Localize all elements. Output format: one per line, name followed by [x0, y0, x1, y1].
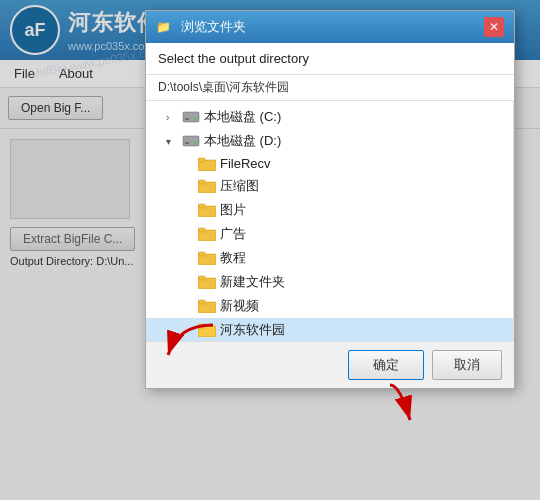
- folder-icon: [198, 157, 216, 171]
- folder-icon: [198, 203, 216, 217]
- tree-item-label-filerecv: FileRecv: [220, 156, 271, 171]
- folder-icon: 📁: [156, 20, 171, 34]
- dialog-title: 浏览文件夹: [181, 19, 246, 34]
- svg-rect-9: [198, 180, 205, 184]
- tree-item-label-zip-img: 压缩图: [220, 177, 259, 195]
- file-tree[interactable]: › 本地磁盘 (C:)▾ 本地磁盘 (D:) FileRecv 压缩图 图片 广…: [146, 101, 514, 341]
- folder-icon: [198, 251, 216, 265]
- dialog-close-button[interactable]: ✕: [484, 17, 504, 37]
- tree-item-tutorial[interactable]: 教程: [146, 246, 513, 270]
- cancel-button[interactable]: 取消: [432, 350, 502, 380]
- svg-rect-3: [183, 136, 199, 146]
- svg-rect-17: [198, 276, 205, 280]
- dialog-titlebar: 📁 浏览文件夹 ✕: [146, 11, 514, 43]
- tree-arrow-c-drive: ›: [166, 112, 180, 123]
- folder-icon: [198, 179, 216, 193]
- drive-icon: [182, 110, 200, 124]
- tree-item-ads[interactable]: 广告: [146, 222, 513, 246]
- tree-item-label-hedong: 河东软件园: [220, 321, 285, 339]
- svg-rect-1: [185, 118, 189, 120]
- tree-item-new-folder[interactable]: 新建文件夹: [146, 270, 513, 294]
- tree-item-label-new-video: 新视频: [220, 297, 259, 315]
- svg-rect-13: [198, 228, 205, 232]
- tree-item-label-images: 图片: [220, 201, 246, 219]
- dialog-subtitle: Select the output directory: [146, 43, 514, 75]
- svg-rect-11: [198, 204, 205, 208]
- folder-icon: [198, 323, 216, 337]
- dialog-title-group: 📁 浏览文件夹: [156, 18, 246, 36]
- tree-item-label-d-drive: 本地磁盘 (D:): [204, 132, 281, 150]
- dialog-footer: 确定 取消: [146, 341, 514, 388]
- svg-rect-19: [198, 300, 205, 304]
- svg-rect-4: [185, 142, 189, 144]
- tree-arrow-d-drive: ▾: [166, 136, 180, 147]
- svg-rect-7: [198, 158, 205, 162]
- tree-item-d-drive[interactable]: ▾ 本地磁盘 (D:): [146, 129, 513, 153]
- tree-item-c-drive[interactable]: › 本地磁盘 (C:): [146, 105, 513, 129]
- svg-rect-15: [198, 252, 205, 256]
- dialog-body: › 本地磁盘 (C:)▾ 本地磁盘 (D:) FileRecv 压缩图 图片 广…: [146, 101, 514, 341]
- drive-icon: [182, 134, 200, 148]
- tree-item-hedong[interactable]: 河东软件园: [146, 318, 513, 341]
- tree-item-images[interactable]: 图片: [146, 198, 513, 222]
- dialog-current-path: D:\tools\桌面\河东软件园: [146, 75, 514, 101]
- svg-rect-0: [183, 112, 199, 122]
- tree-item-label-ads: 广告: [220, 225, 246, 243]
- tree-item-filerecv[interactable]: FileRecv: [146, 153, 513, 174]
- tree-item-zip-img[interactable]: 压缩图: [146, 174, 513, 198]
- tree-item-label-new-folder: 新建文件夹: [220, 273, 285, 291]
- svg-point-5: [194, 142, 196, 144]
- tree-item-label-tutorial: 教程: [220, 249, 246, 267]
- folder-icon: [198, 275, 216, 289]
- file-browser-dialog: 📁 浏览文件夹 ✕ Select the output directory D:…: [145, 10, 515, 389]
- tree-item-label-c-drive: 本地磁盘 (C:): [204, 108, 281, 126]
- tree-item-new-video[interactable]: 新视频: [146, 294, 513, 318]
- ok-button[interactable]: 确定: [348, 350, 424, 380]
- folder-icon: [198, 227, 216, 241]
- folder-icon: [198, 299, 216, 313]
- svg-rect-21: [198, 324, 205, 328]
- svg-point-2: [194, 118, 196, 120]
